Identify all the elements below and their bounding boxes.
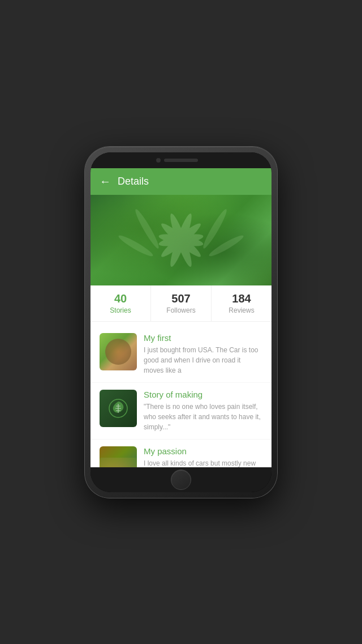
story-title-2: Story of making <box>144 390 262 399</box>
back-button[interactable]: ← <box>100 175 111 188</box>
story-content-1: My first I just bought from USA. The Car… <box>144 333 262 376</box>
hero-decoration <box>90 195 272 285</box>
phone-frame: ← Details <box>85 147 277 498</box>
followers-label: Followers <box>156 306 206 314</box>
page-title: Details <box>118 176 149 187</box>
story-excerpt-2: "There is no one who loves pain itself, … <box>144 402 262 432</box>
stats-bar: 40 Stories 507 Followers 184 Reviews <box>90 285 272 322</box>
story-list: My first I just bought from USA. The Car… <box>90 322 272 467</box>
followers-count: 507 <box>156 292 206 305</box>
story-thumbnail-3 <box>100 446 137 467</box>
app-bar: ← Details <box>90 168 272 195</box>
home-button[interactable] <box>171 470 191 490</box>
story-content-2: Story of making "There is no one who lov… <box>144 390 262 432</box>
hero-svg <box>102 195 260 285</box>
story-thumbnail-2 <box>100 390 137 427</box>
story-excerpt-1: I just bought from USA. The Car is too g… <box>144 345 262 376</box>
phone-camera <box>156 158 161 163</box>
stat-followers: 507 Followers <box>151 285 212 321</box>
story-content-3: My passion I love all kinds of cars but … <box>144 446 262 467</box>
phone-status-bar <box>90 152 272 168</box>
list-item[interactable]: My passion I love all kinds of cars but … <box>90 440 272 467</box>
story2-icon <box>107 397 130 420</box>
stories-label: Stories <box>95 306 146 314</box>
stories-count: 40 <box>95 292 146 305</box>
hero-image <box>90 195 272 285</box>
reviews-label: Reviews <box>216 306 267 314</box>
stat-stories: 40 Stories <box>90 285 151 321</box>
story-title-1: My first <box>144 333 262 343</box>
phone-bottom-bar <box>90 467 272 492</box>
screen-content: ← Details <box>90 168 272 467</box>
stat-reviews: 184 Reviews <box>212 285 272 321</box>
list-item[interactable]: My first I just bought from USA. The Car… <box>90 326 272 383</box>
phone-speaker <box>164 159 198 162</box>
story-title-3: My passion <box>144 446 262 456</box>
story-excerpt-3: I love all kinds of cars but mostly new … <box>144 458 262 467</box>
phone-screen: ← Details <box>90 152 272 492</box>
reviews-count: 184 <box>216 292 267 305</box>
story-thumbnail-1 <box>100 333 137 370</box>
list-item[interactable]: Story of making "There is no one who lov… <box>90 383 272 440</box>
